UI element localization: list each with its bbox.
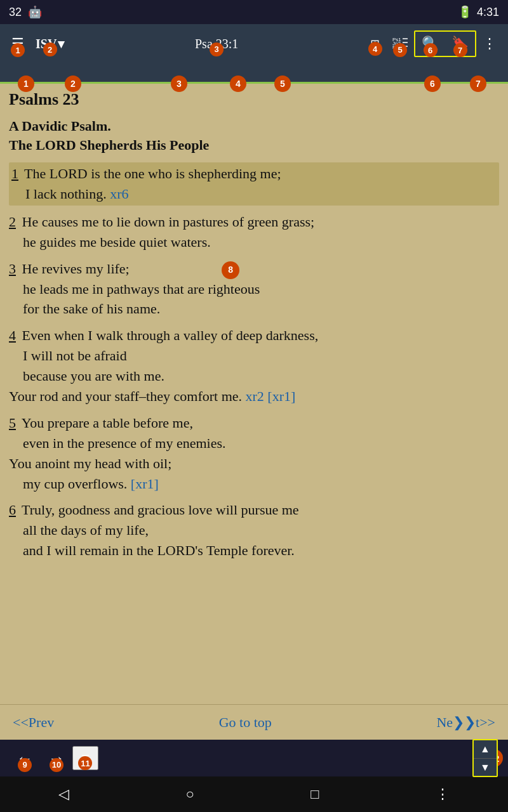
hamburger-button[interactable]: ≡11 — [72, 746, 98, 770]
android-icon: 🤖 — [28, 5, 42, 19]
verse-num-1: 1 — [11, 166, 18, 181]
content-area: Psalms 23 A Davidic Psalm. The LORD Shep… — [0, 84, 508, 704]
badge-6: 6 — [424, 43, 438, 57]
verse-1: 1 The LORD is the one who is shepherding… — [9, 162, 499, 206]
indicator-badge-1: 1 — [18, 75, 34, 92]
list-button[interactable]: Ps1 Jn2 Rc3 5 — [386, 32, 414, 56]
xref-1-xr6[interactable]: xr6 — [110, 186, 128, 202]
indicator-badge-2: 2 — [65, 75, 81, 92]
badge-10b: 10 — [50, 758, 64, 772]
verse-num-5: 5 — [9, 415, 16, 431]
verse-num-6: 6 — [9, 502, 16, 518]
more-icon: ⋮ — [483, 36, 497, 52]
second-bar: ←9 →10 ≡11 12 ▲ ▼ .second-bar-btn::befor… — [0, 740, 508, 776]
badge-9b: 9 — [18, 758, 32, 772]
badge-2: 2 — [43, 43, 57, 56]
indicator-bar: .ibar-badge { position: absolute; bottom… — [0, 63, 508, 84]
verse-3-text: He revives my life; — [22, 261, 130, 277]
psalm-subtitle1: A Davidic Psalm. — [9, 118, 499, 134]
badge-5: 5 — [393, 43, 407, 57]
status-right: 🔋 4:31 — [458, 5, 499, 19]
badge-1: 1 — [11, 43, 25, 57]
bookmark-button[interactable]: 🔖 7 — [445, 32, 475, 56]
verse-num-2: 2 — [9, 214, 16, 230]
back-button[interactable]: ←9 — [9, 746, 41, 771]
verse-3: 3 He revives my life; 8 he leads me in p… — [9, 259, 499, 320]
toolbar: ☰ 1 ISV ▾ 2 Psa 23:1 3 ⊞ 4 Ps1 Jn2 Rc3 — [0, 24, 508, 63]
search-button[interactable]: 🔍 6 — [415, 32, 445, 56]
parallel-button[interactable]: ⊞ 4 — [364, 33, 386, 55]
scroll-down-button[interactable]: ▼ — [474, 758, 497, 776]
goto-top-button[interactable]: Go to top — [219, 714, 272, 731]
verse-3-cont: he leads me in pathways that are righteo… — [9, 281, 260, 317]
xref-5-xr1[interactable]: [xr1] — [131, 476, 159, 492]
verse-2-text: He causes me to lie down in pastures of … — [9, 214, 314, 250]
scroll-up-button[interactable]: ▲ — [474, 740, 497, 758]
indicator-badge-6: 6 — [424, 75, 441, 92]
next-button[interactable]: Ne❯❯t>> — [436, 714, 495, 731]
dropdown-icon: ▾ — [58, 36, 64, 51]
verse-1-text: The LORD is the one who is shepherding m… — [11, 166, 281, 202]
verse-6-text: Truly, goodness and gracious love will p… — [9, 502, 299, 558]
badge-7: 7 — [453, 43, 467, 57]
bottom-nav: <<Prev Go to top Ne❯❯t>> — [0, 704, 508, 740]
status-num: 32 — [9, 6, 22, 19]
badge-3: 3 — [210, 43, 224, 56]
indicator-badge-7: 7 — [470, 75, 486, 92]
passage-selector[interactable]: Psa 23:1 3 — [69, 33, 364, 55]
indicator-badge-3: 3 — [171, 75, 187, 92]
verse-6: 6 Truly, goodness and gracious love will… — [9, 500, 499, 561]
system-more-button[interactable]: ⋮ — [423, 781, 462, 808]
psalm-subtitle2: The LORD Shepherds His People — [9, 137, 499, 154]
indicator-badge-4: 4 — [230, 75, 246, 92]
verse-5: 5 You prepare a table before me, even in… — [9, 413, 499, 494]
indicator-badge-5: 5 — [274, 75, 291, 92]
battery-icon: 🔋 — [458, 5, 472, 19]
verse-num-3: 3 — [9, 261, 16, 277]
version-selector[interactable]: ISV ▾ 2 — [30, 32, 69, 55]
badge-8: 8 — [222, 261, 239, 279]
verse-4: 4 Even when I walk through a valley of d… — [9, 325, 499, 407]
system-nav: ◁ ○ □ ⋮ — [0, 776, 508, 812]
status-time: 4:31 — [477, 6, 499, 19]
verse-5-text: You prepare a table before me, even in t… — [9, 415, 225, 492]
xref-4-xr1[interactable]: [xr1] — [267, 388, 295, 404]
search-bookmark-group: 🔍 6 🔖 7 — [414, 30, 476, 57]
badge-11b: 11 — [78, 756, 92, 770]
forward-button[interactable]: →10 — [41, 746, 72, 771]
status-bar: 32 🤖 🔋 4:31 — [0, 0, 508, 24]
status-left: 32 🤖 — [9, 5, 42, 19]
verse-2: 2 He causes me to lie down in pastures o… — [9, 212, 499, 252]
prev-button[interactable]: <<Prev — [13, 714, 54, 731]
xref-4-xr2[interactable]: xr2 — [246, 388, 264, 404]
toolbar-icons: ⊞ 4 Ps1 Jn2 Rc3 5 🔍 6 🔖 — [364, 30, 503, 57]
system-home-button[interactable]: ○ — [173, 781, 206, 808]
system-recent-button[interactable]: □ — [298, 781, 331, 808]
menu-button[interactable]: ☰ 1 — [5, 32, 30, 56]
psalm-title: Psalms 23 — [9, 90, 499, 109]
badge-4: 4 — [368, 42, 382, 56]
system-back-button[interactable]: ◁ — [46, 781, 82, 808]
more-button[interactable]: ⋮ — [476, 32, 503, 56]
verse-num-4: 4 — [9, 327, 16, 343]
scroll-buttons: ▲ ▼ — [472, 739, 498, 777]
